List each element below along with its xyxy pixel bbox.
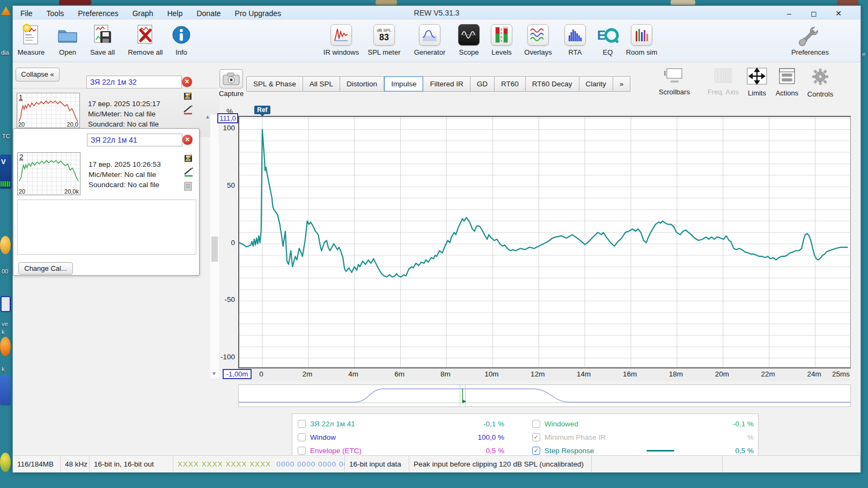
scroll-down-icon[interactable]: ▼: [211, 371, 217, 376]
graph-control-label: Controls: [799, 90, 842, 98]
capture-label: Capture: [219, 90, 244, 98]
notes-icon[interactable]: [183, 181, 194, 191]
legend-label[interactable]: Step Response: [545, 447, 594, 455]
measurement-number: 1: [19, 93, 23, 101]
tab-»[interactable]: »: [613, 76, 631, 92]
tab-clarity[interactable]: Clarity: [579, 76, 613, 92]
impulse-chart-plot[interactable]: [238, 116, 851, 368]
save-measurement-icon[interactable]: [183, 153, 194, 163]
measurement-notes-box[interactable]: [17, 199, 196, 255]
maximize-button[interactable]: ◻: [801, 6, 826, 20]
measurement-name-input[interactable]: ЗЯ 22л 1м 32: [86, 76, 182, 88]
y-axis-tick-label: -100: [214, 353, 235, 361]
room-sim-icon: [630, 23, 653, 47]
x-axis-tick-label: 12m: [531, 370, 545, 378]
measurement-thumbnail[interactable]: 22020,0k: [17, 152, 80, 195]
close-button[interactable]: ✕: [826, 6, 851, 20]
x-axis: 02m4m6m8m10m12m14m16m18m20m22m24m 25ms: [238, 368, 851, 381]
ref-marker-flag[interactable]: Ref: [254, 106, 270, 114]
change-cal-button[interactable]: Change Cal...: [18, 262, 73, 275]
measurement-mic-cal: Mic/Meter: No cal file: [89, 169, 156, 180]
x-axis-tick-label: 20m: [715, 370, 729, 378]
toolbar-button-info[interactable]: Info: [157, 23, 205, 56]
desktop-icon: [1, 6, 11, 15]
tab-filtered-ir[interactable]: Filtered IR: [423, 76, 470, 92]
measurement-row-2-selected[interactable]: Change Cal...ЗЯ 22л 1м 41✕22020,0k17 вер…: [13, 128, 200, 276]
thumbnail-freq-max: 20,0k: [64, 188, 79, 195]
legend-checkbox[interactable]: [298, 447, 306, 455]
thumbnail-freq-min: 20: [18, 121, 25, 128]
window-title: REW V5.31.3: [13, 6, 860, 20]
toolbar-button-label: IR windows: [317, 48, 365, 56]
tab-gd[interactable]: GD: [470, 76, 495, 92]
minimize-button[interactable]: –: [777, 6, 801, 20]
toolbar-button-spl-meter[interactable]: dB SPL83SPL meter: [360, 23, 408, 56]
x-axis-tick-label: 10m: [484, 370, 498, 378]
trace-style-icon[interactable]: [183, 105, 193, 115]
delete-measurement-icon[interactable]: ✕: [182, 135, 193, 145]
legend-checkbox[interactable]: [532, 420, 540, 428]
x-axis-tick-label: 24m: [807, 370, 821, 378]
legend-value: %: [747, 433, 754, 441]
toolbar-button-room-sim[interactable]: Room sim: [617, 23, 666, 56]
svg-text:0: 0: [501, 28, 502, 31]
legend-checkbox[interactable]: ✓: [532, 447, 540, 455]
x-axis-tick-label: 18m: [669, 370, 683, 378]
status-peak-info: Peak input before clipping 120 dB SPL (u…: [409, 456, 592, 472]
legend-checkbox[interactable]: ✓: [532, 433, 540, 441]
legend-label[interactable]: Windowed: [545, 420, 578, 428]
x-axis-left-limit-input[interactable]: -1,00m: [223, 369, 252, 379]
measurements-scrollbar[interactable]: [210, 115, 219, 379]
legend-label[interactable]: Minimum Phase IR: [545, 433, 606, 441]
toolbar-button-label: Save all: [78, 48, 127, 56]
x-axis-tick-label: 2m: [302, 370, 312, 378]
scrollbars-icon: [653, 68, 696, 86]
main-area: Collapse « Change Cal...ЗЯ 22л 1м 41✕220…: [13, 62, 860, 455]
measurement-name-input[interactable]: ЗЯ 22л 1м 41: [87, 134, 182, 146]
y-axis-tick-label: 50: [214, 181, 235, 189]
tab-spl-phase[interactable]: SPL & Phase: [246, 76, 303, 92]
legend-label[interactable]: Envelope (ETC): [310, 447, 362, 455]
toolbar-button-save-all[interactable]: Save all: [78, 23, 127, 56]
desktop-bottom-strip: [0, 472, 868, 488]
trace-legend-panel: ЗЯ 22л 1м 41-0,1 %Window100,0 %Envelope …: [292, 413, 759, 457]
tab-all-spl[interactable]: All SPL: [303, 76, 340, 92]
legend-checkbox[interactable]: [298, 420, 306, 428]
graph-control-controls[interactable]: Controls: [799, 68, 842, 98]
wrench-icon: [798, 23, 822, 47]
legend-checkbox[interactable]: [298, 433, 306, 441]
delete-measurement-icon[interactable]: ✕: [182, 77, 192, 87]
capture-button[interactable]: [219, 69, 243, 88]
tab-rt60-decay[interactable]: RT60 Decay: [526, 76, 579, 92]
ir-overview-strip[interactable]: [238, 385, 851, 407]
toolbar-button-ir-windows[interactable]: IR windows: [317, 23, 365, 56]
toolbar-button-label: SPL meter: [360, 48, 408, 56]
ir-windows-icon: [329, 23, 353, 47]
toolbar-button-label: Preferences: [786, 48, 834, 56]
tab-impulse[interactable]: Impulse: [384, 76, 423, 92]
thumbnail-freq-min: 20: [19, 188, 25, 195]
legend-label[interactable]: ЗЯ 22л 1м 41: [310, 420, 355, 428]
status-empty-2: [723, 456, 860, 472]
desktop-right-strip: e: [861, 0, 868, 488]
measurement-thumbnail[interactable]: 12020,0: [17, 93, 80, 128]
measurement-date: 17 вер. 2025 10:25:17: [88, 99, 160, 109]
tab-distortion[interactable]: Distortion: [340, 76, 384, 92]
graph-control-scrollbars[interactable]: Scrollbars: [653, 68, 696, 96]
toolbar-button-label: Room sim: [617, 48, 666, 56]
toolbar-button-preferences[interactable]: Preferences: [786, 23, 834, 56]
collapse-panel-button[interactable]: Collapse «: [16, 68, 60, 82]
scroll-up-icon[interactable]: ▲: [205, 114, 210, 120]
main-toolbar: MeasureOpenSave allRemove allInfoIR wind…: [13, 21, 860, 62]
y-axis-top-limit-input[interactable]: 111,0: [217, 113, 238, 123]
save-measurement-icon[interactable]: [183, 91, 193, 101]
toolbar-button-label: Info: [157, 48, 205, 56]
legend-label[interactable]: Window: [310, 433, 336, 441]
measurement-number: 2: [19, 153, 23, 161]
legend-value: 0,5 %: [486, 447, 504, 455]
legend-value: 0,5 %: [735, 447, 754, 455]
title-bar: FileToolsPreferencesGraphHelpDonatePro U…: [13, 6, 860, 20]
trace-style-icon[interactable]: [183, 167, 194, 177]
legend-row-windowed: Windowed-0,1 %: [532, 417, 754, 431]
tab-rt60[interactable]: RT60: [495, 76, 526, 92]
